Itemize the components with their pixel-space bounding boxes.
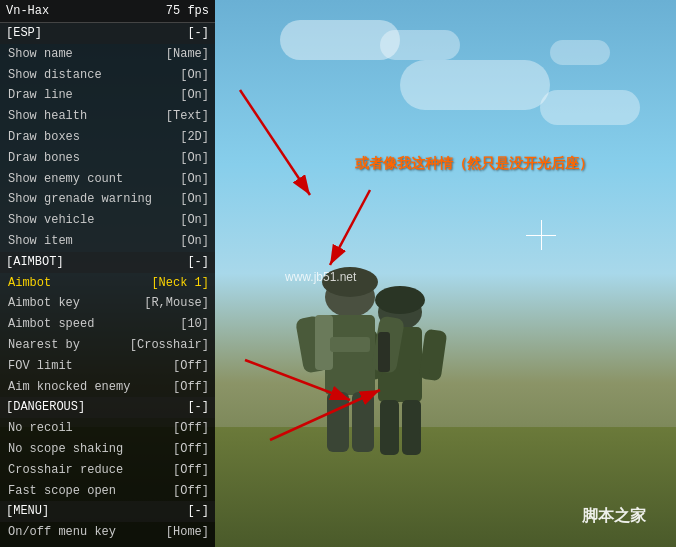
value-fov-limit: [Off] xyxy=(173,358,209,375)
crosshair xyxy=(526,220,556,250)
row-draw-line[interactable]: Draw line [On] xyxy=(0,85,215,106)
section-aimbot-value: [-] xyxy=(187,254,209,271)
row-aimbot-speed[interactable]: Aimbot speed [10] xyxy=(0,314,215,335)
label-crosshair-reduce: Crosshair reduce xyxy=(8,462,123,479)
label-show-item: Show item xyxy=(8,233,73,250)
row-show-vehicle[interactable]: Show vehicle [On] xyxy=(0,210,215,231)
row-onoff-menu-key[interactable]: On/off menu key [Home] xyxy=(0,522,215,543)
cloud-3 xyxy=(400,60,550,110)
menu-panel: Vn-Hax 75 fps [ESP] [-] Show name [Name]… xyxy=(0,0,215,547)
label-show-distance: Show distance xyxy=(8,67,102,84)
label-draw-bones: Draw bones xyxy=(8,150,80,167)
watermark-bottom: 脚本之家 xyxy=(582,506,646,527)
label-show-health: Show health xyxy=(8,108,87,125)
section-dangerous-value: [-] xyxy=(187,399,209,416)
section-esp-label: [ESP] xyxy=(6,25,42,42)
label-no-recoil: No recoil xyxy=(8,420,73,437)
row-crosshair-reduce[interactable]: Crosshair reduce [Off] xyxy=(0,460,215,481)
row-aimbot-key[interactable]: Aimbot key [R,Mouse] xyxy=(0,293,215,314)
section-menu-header: [MENU] [-] xyxy=(0,501,215,522)
label-show-enemy-count: Show enemy count xyxy=(8,171,123,188)
row-fov-limit[interactable]: FOV limit [Off] xyxy=(0,356,215,377)
label-show-vehicle: Show vehicle xyxy=(8,212,94,229)
section-dangerous-label: [DANGEROUS] xyxy=(6,399,85,416)
menu-fps: 75 fps xyxy=(166,4,209,18)
value-draw-boxes: [2D] xyxy=(180,129,209,146)
row-no-scope-shaking[interactable]: No scope shaking [Off] xyxy=(0,439,215,460)
value-show-health: [Text] xyxy=(166,108,209,125)
value-aimbot: [Neck 1] xyxy=(151,275,209,292)
label-nearest-by: Nearest by xyxy=(8,337,80,354)
row-no-recoil[interactable]: No recoil [Off] xyxy=(0,418,215,439)
label-aim-knocked-enemy: Aim knocked enemy xyxy=(8,379,130,396)
section-aimbot-header: [AIMBOT] [-] xyxy=(0,252,215,273)
section-esp-header: [ESP] [-] xyxy=(0,23,215,44)
value-no-scope-shaking: [Off] xyxy=(173,441,209,458)
value-onoff-menu-key: [Home] xyxy=(166,524,209,541)
value-fast-scope-open: [Off] xyxy=(173,483,209,500)
row-show-item[interactable]: Show item [On] xyxy=(0,231,215,252)
chinese-overlay-text: 或者像我这种情（然只是没开光后座） xyxy=(355,155,593,173)
label-no-scope-shaking: No scope shaking xyxy=(8,441,123,458)
cloud-2 xyxy=(380,30,460,60)
label-aimbot-speed: Aimbot speed xyxy=(8,316,94,333)
value-show-distance: [On] xyxy=(180,67,209,84)
row-show-health[interactable]: Show health [Text] xyxy=(0,106,215,127)
label-show-grenade-warning: Show grenade warning xyxy=(8,191,152,208)
label-onoff-menu-key: On/off menu key xyxy=(8,524,116,541)
value-show-enemy-count: [On] xyxy=(180,171,209,188)
label-draw-boxes: Draw boxes xyxy=(8,129,80,146)
section-esp-value: [-] xyxy=(187,25,209,42)
value-crosshair-reduce: [Off] xyxy=(173,462,209,479)
menu-title: Vn-Hax xyxy=(6,4,49,18)
row-nearest-by[interactable]: Nearest by [Crosshair] xyxy=(0,335,215,356)
crosshair-vertical xyxy=(541,220,542,250)
row-draw-bones[interactable]: Draw bones [On] xyxy=(0,148,215,169)
value-show-name: [Name] xyxy=(166,46,209,63)
value-aimbot-key: [R,Mouse] xyxy=(144,295,209,312)
row-fix-cpu-usage[interactable]: Fix CPU usage [Off] xyxy=(0,543,215,547)
row-show-grenade-warning[interactable]: Show grenade warning [On] xyxy=(0,189,215,210)
row-aim-knocked-enemy[interactable]: Aim knocked enemy [Off] xyxy=(0,377,215,398)
label-aimbot-key: Aimbot key xyxy=(8,295,80,312)
cloud-5 xyxy=(550,40,610,65)
label-aimbot: Aimbot xyxy=(8,275,51,292)
value-show-grenade-warning: [On] xyxy=(180,191,209,208)
value-show-item: [On] xyxy=(180,233,209,250)
menu-header: Vn-Hax 75 fps xyxy=(0,0,215,23)
label-fast-scope-open: Fast scope open xyxy=(8,483,116,500)
section-aimbot-label: [AIMBOT] xyxy=(6,254,64,271)
value-draw-bones: [On] xyxy=(180,150,209,167)
value-show-vehicle: [On] xyxy=(180,212,209,229)
value-no-recoil: [Off] xyxy=(173,420,209,437)
label-show-name: Show name xyxy=(8,46,73,63)
row-fast-scope-open[interactable]: Fast scope open [Off] xyxy=(0,481,215,502)
label-fov-limit: FOV limit xyxy=(8,358,73,375)
row-show-distance[interactable]: Show distance [On] xyxy=(0,65,215,86)
row-aimbot[interactable]: Aimbot [Neck 1] xyxy=(0,273,215,294)
row-show-name[interactable]: Show name [Name] xyxy=(0,44,215,65)
value-aimbot-speed: [10] xyxy=(180,316,209,333)
section-menu-value: [-] xyxy=(187,503,209,520)
cloud-4 xyxy=(540,90,640,125)
section-menu-label: [MENU] xyxy=(6,503,49,520)
value-draw-line: [On] xyxy=(180,87,209,104)
label-draw-line: Draw line xyxy=(8,87,73,104)
section-dangerous-header: [DANGEROUS] [-] xyxy=(0,397,215,418)
value-nearest-by: [Crosshair] xyxy=(130,337,209,354)
row-draw-boxes[interactable]: Draw boxes [2D] xyxy=(0,127,215,148)
watermark-top: www.jb51.net xyxy=(285,270,356,284)
value-aim-knocked-enemy: [Off] xyxy=(173,379,209,396)
row-show-enemy-count[interactable]: Show enemy count [On] xyxy=(0,169,215,190)
